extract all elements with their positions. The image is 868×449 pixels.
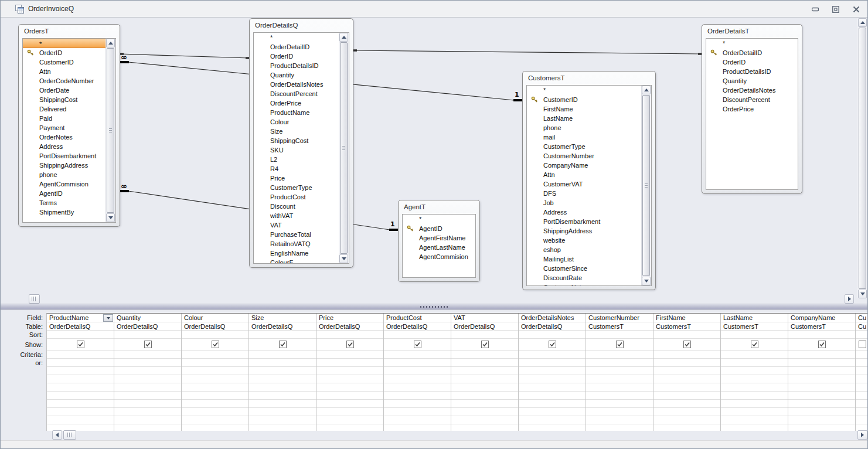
field-row[interactable]: VAT [254,220,339,230]
sort-cell[interactable] [182,331,249,339]
empty-cell[interactable] [451,416,518,424]
empty-cell[interactable] [114,416,181,424]
show-cell[interactable] [114,339,181,351]
empty-cell[interactable] [653,424,720,431]
empty-cell[interactable] [653,392,720,400]
field-list-scrollbar[interactable] [105,39,115,222]
table-cell[interactable]: OrderDetailsQ [249,322,316,331]
restore-button[interactable] [828,4,843,14]
empty-cell[interactable] [182,375,249,383]
sort-cell[interactable] [721,331,788,339]
field-row[interactable]: OrderDetailID [706,48,798,57]
field-row[interactable]: * [403,215,475,224]
show-checkbox[interactable] [549,341,556,348]
field-row[interactable]: Quantity [706,76,798,86]
field-cell[interactable]: Colour [182,314,249,322]
show-checkbox[interactable] [144,341,152,348]
empty-cell[interactable] [384,424,451,431]
empty-cell[interactable] [114,424,181,431]
table-cell[interactable]: CustomersT [721,322,788,331]
field-row[interactable]: * [23,39,106,48]
field-row[interactable]: eshop [527,245,642,254]
or-cell[interactable] [451,359,518,367]
empty-cell[interactable] [519,392,586,400]
field-row[interactable]: * [527,86,642,95]
empty-cell[interactable] [47,408,114,416]
empty-cell[interactable] [519,367,586,375]
field-row[interactable]: AgentID [403,224,475,233]
empty-cell[interactable] [586,375,653,383]
empty-cell[interactable] [586,367,653,375]
sort-cell[interactable] [114,331,181,339]
empty-cell[interactable] [114,408,181,416]
empty-cell[interactable] [721,424,788,431]
field-row[interactable]: OrderPrice [706,104,798,114]
field-cell[interactable]: FirstName [653,314,720,322]
field-row[interactable]: Quantity [254,70,339,80]
field-row[interactable]: EnglishName [254,249,339,258]
field-row[interactable]: ShipmentBy [23,208,106,217]
empty-cell[interactable] [249,375,316,383]
or-cell[interactable] [47,359,114,367]
table-window-CustomersT[interactable]: CustomersT*CustomerIDFirstNameLastNameph… [522,71,656,290]
empty-cell[interactable] [182,408,249,416]
field-cell[interactable]: OrderDetailsNotes [519,314,586,322]
field-row[interactable]: Attn [527,170,642,179]
or-cell[interactable] [788,359,855,367]
empty-cell[interactable] [653,367,720,375]
or-cell[interactable] [316,359,383,367]
field-row[interactable]: CustomerSince [527,264,642,273]
scroll-thumb[interactable] [340,42,348,254]
empty-cell[interactable] [249,367,316,375]
field-cell[interactable]: LastName [721,314,788,322]
show-checkbox[interactable] [279,341,287,348]
empty-cell[interactable] [788,375,855,383]
empty-cell[interactable] [384,383,451,392]
empty-cell[interactable] [788,383,855,392]
or-cell[interactable] [384,359,451,367]
show-checkbox[interactable] [414,341,421,348]
table-cell[interactable]: OrderDetailsQ [114,322,181,331]
empty-cell[interactable] [519,383,586,392]
show-cell[interactable] [586,339,653,351]
field-row[interactable]: Paid [23,114,106,123]
field-row[interactable]: Price [254,174,339,183]
empty-cell[interactable] [519,424,586,431]
or-cell[interactable] [182,359,249,367]
field-row[interactable]: phone [527,123,642,132]
or-cell[interactable] [114,359,181,367]
empty-cell[interactable] [182,367,249,375]
scroll-down-button[interactable] [642,277,651,285]
empty-cell[interactable] [721,392,788,400]
field-row[interactable]: R4 [254,164,339,174]
field-row[interactable]: Size [254,127,339,136]
field-row[interactable]: ShippingAddress [23,161,106,170]
criteria-cell[interactable] [788,351,855,359]
field-row[interactable]: ShippingCost [254,136,339,145]
table-cell[interactable]: CustomersT [586,322,653,331]
field-cell[interactable]: Quantity [114,314,181,322]
table-title[interactable]: OrdersT [19,25,120,38]
table-window-OrderDetailsT[interactable]: OrderDetailsT*OrderDetailIDOrderIDProduc… [702,24,802,194]
show-checkbox[interactable] [859,341,866,348]
field-row[interactable]: AgentCommision [403,252,475,261]
show-checkbox[interactable] [683,341,691,348]
empty-cell[interactable] [721,375,788,383]
table-title[interactable]: OrderDetailsT [702,25,802,38]
field-cell[interactable]: VAT [451,314,518,322]
join-line[interactable] [120,54,249,58]
field-row[interactable]: ColourF [254,258,339,264]
empty-cell[interactable] [721,383,788,392]
empty-cell[interactable] [384,416,451,424]
sort-cell[interactable] [47,331,114,339]
field-row[interactable]: RetailnoVATQ [254,239,339,249]
sort-cell[interactable] [519,331,586,339]
empty-cell[interactable] [47,367,114,375]
empty-cell[interactable] [316,424,383,431]
join-line[interactable] [353,50,702,54]
empty-cell[interactable] [316,375,383,383]
sort-cell[interactable] [316,331,383,339]
empty-cell[interactable] [451,408,518,416]
empty-cell[interactable] [586,392,653,400]
empty-cell[interactable] [519,416,586,424]
